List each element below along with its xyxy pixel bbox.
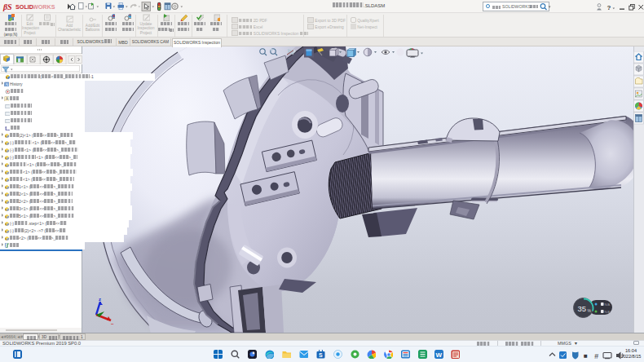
- svg-text:N/A: N/A: [605, 310, 611, 314]
- svg-text:x: x: [111, 322, 114, 324]
- svg-text:?: ?: [607, 4, 611, 11]
- svg-text:S: S: [319, 352, 323, 358]
- svg-text:35: 35: [578, 304, 587, 313]
- svg-text:#: #: [594, 353, 599, 361]
- svg-text:W: W: [436, 351, 443, 359]
- svg-text:z: z: [99, 297, 101, 302]
- svg-text:%: %: [588, 308, 592, 313]
- svg-text:WORKS: WORKS: [33, 3, 55, 11]
- svg-text:βS: βS: [2, 2, 12, 11]
- svg-text:N/A: N/A: [605, 302, 611, 307]
- svg-text:SOLID: SOLID: [15, 3, 33, 11]
- svg-text:■: ■: [584, 352, 588, 360]
